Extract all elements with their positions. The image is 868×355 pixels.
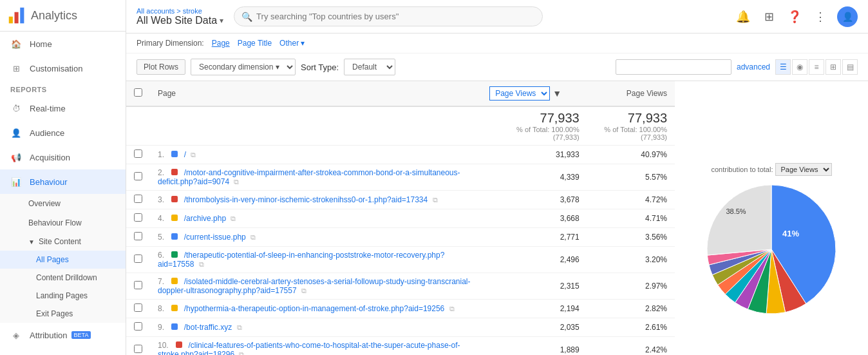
search-input[interactable] <box>234 6 543 26</box>
sidebar-item-home[interactable]: 🏠 Home <box>0 32 126 56</box>
dim-page-link[interactable]: Page <box>212 39 230 48</box>
page-cell: 6. /therapeutic-potential-of-sleep-in-en… <box>150 247 482 273</box>
row-checkbox[interactable] <box>134 149 142 158</box>
row-number: 10. <box>158 341 169 350</box>
chart-view-icon[interactable]: ◉ <box>792 59 807 75</box>
pie-segment[interactable] <box>707 185 771 255</box>
row-checkbox-cell[interactable] <box>126 300 150 318</box>
row-checkbox-cell[interactable] <box>126 318 150 337</box>
site-name[interactable]: All Web Site Data ▾ <box>137 15 223 26</box>
pie-center-label: 41% <box>782 229 799 238</box>
select-all-checkbox[interactable] <box>134 88 142 97</box>
row-checkbox-cell[interactable] <box>126 164 150 191</box>
row-checkbox-cell[interactable] <box>126 191 150 209</box>
row-checkbox[interactable] <box>134 195 142 203</box>
sidebar-item-exit-pages[interactable]: Exit Pages <box>0 305 126 323</box>
table-chart-container: Page Page Views ▼ <box>126 81 868 355</box>
sort-arrow-icon[interactable]: ▼ <box>552 88 561 99</box>
more-icon[interactable]: ⋮ <box>811 8 829 26</box>
table-toolbar: Plot Rows Secondary dimension ▾ Sort Typ… <box>126 53 868 81</box>
advanced-link[interactable]: advanced <box>737 62 770 72</box>
sort-type-select[interactable]: Default <box>344 59 395 75</box>
sidebar-item-site-content[interactable]: ▼ Site Content <box>0 233 126 251</box>
sidebar-item-landing-pages[interactable]: Landing Pages <box>0 287 126 305</box>
row-checkbox[interactable] <box>134 281 142 289</box>
pageviews-sort-select[interactable]: Page Views <box>489 86 550 101</box>
sidebar-item-attribution[interactable]: ◈ Attribution BETA <box>0 323 126 347</box>
sidebar-item-discover[interactable]: 💡 Discover <box>0 347 126 355</box>
col-pageviews2-header: Page Views <box>587 81 675 106</box>
row-checkbox[interactable] <box>134 172 142 180</box>
row-checkbox-cell[interactable] <box>126 228 150 247</box>
sidebar-item-acquisition[interactable]: 📢 Acquisition <box>0 145 126 169</box>
sidebar-item-audience[interactable]: 👤 Audience <box>0 120 126 145</box>
select-all-checkbox-header[interactable] <box>126 81 150 106</box>
row-checkbox-cell[interactable] <box>126 146 150 164</box>
sidebar-item-realtime[interactable]: ⏱ Real-time <box>0 96 126 120</box>
secondary-dimension-select[interactable]: Secondary dimension ▾ <box>191 59 296 75</box>
page-link[interactable]: /hypothermia-a-therapeutic-option-in-man… <box>184 304 445 313</box>
svg-rect-2 <box>20 8 24 24</box>
page-cell: 5. /current-issue.php ⧉ <box>150 228 482 247</box>
row-number: 2. <box>158 168 164 177</box>
row-number: 7. <box>158 277 164 286</box>
sidebar-item-behaviour[interactable]: 📊 Behaviour <box>0 169 126 194</box>
page-link[interactable]: /current-issue.php <box>184 233 246 242</box>
plot-rows-button[interactable]: Plot Rows <box>137 59 185 75</box>
table-row: 1. / ⧉ 31,933 40.97% <box>126 146 675 164</box>
sidebar-item-overview[interactable]: Overview <box>0 194 126 213</box>
page-cell: 2. /motor-and-cognitive-impairment-after… <box>150 164 482 191</box>
sidebar-item-content-drilldown[interactable]: Content Drilldown <box>0 269 126 287</box>
apps-icon[interactable]: ⊞ <box>760 8 778 26</box>
sidebar-item-behaviour-flow[interactable]: Behaviour Flow <box>0 213 126 233</box>
help-icon[interactable]: ❓ <box>786 8 804 26</box>
detail-view-icon[interactable]: ▤ <box>842 59 858 75</box>
main-area: All accounts > stroke All Web Site Data … <box>126 0 868 355</box>
topbar-site-info: All accounts > stroke All Web Site Data … <box>137 7 223 26</box>
pivot-view-icon[interactable]: ⊞ <box>826 59 841 75</box>
row-checkbox[interactable] <box>134 303 142 312</box>
contribution-select[interactable]: Page Views <box>775 163 832 176</box>
site-dropdown-icon: ▾ <box>220 16 223 25</box>
table-row: 4. /archive.php ⧉ 3,668 4.71% <box>126 209 675 228</box>
page-link[interactable]: /isolated-middle-cerebral-artery-stenose… <box>158 277 471 295</box>
row-checkbox[interactable] <box>134 345 142 353</box>
row-checkbox-cell[interactable] <box>126 273 150 300</box>
svg-rect-0 <box>9 17 13 24</box>
chart-section: contribution to total: Page Views 41%38.… <box>675 81 868 355</box>
page-link[interactable]: /archive.php <box>184 214 226 223</box>
external-link-icon: ⧉ <box>237 323 242 331</box>
contribution-label: contribution to total: <box>711 166 773 173</box>
row-checkbox[interactable] <box>134 322 142 331</box>
views-cell: 2,771 <box>482 228 587 247</box>
table-search-input[interactable] <box>616 59 731 75</box>
comparison-view-icon[interactable]: ≡ <box>809 59 824 75</box>
page-link[interactable]: / <box>184 150 186 159</box>
notifications-icon[interactable]: 🔔 <box>734 8 752 26</box>
table-view-icon[interactable]: ☰ <box>775 59 791 75</box>
page-link[interactable]: /clinical-features-of-patients-who-come-… <box>158 341 460 355</box>
sidebar-item-customisation[interactable]: ⊞ Customisation <box>0 56 126 81</box>
row-checkbox[interactable] <box>134 254 142 263</box>
dim-other-link[interactable]: Other ▾ <box>279 39 305 48</box>
row-checkbox-cell[interactable] <box>126 247 150 273</box>
row-checkbox[interactable] <box>134 232 142 240</box>
svg-rect-1 <box>15 12 19 24</box>
page-link[interactable]: /motor-and-cognitive-impairment-after-st… <box>158 168 460 186</box>
site-content-submenu: All Pages Content Drilldown Landing Page… <box>0 251 126 323</box>
page-link[interactable]: /thrombolysis-in-very-minor-ischemic-str… <box>184 195 428 204</box>
table-row: 2. /motor-and-cognitive-impairment-after… <box>126 164 675 191</box>
color-dot <box>171 151 178 157</box>
page-link[interactable]: /bot-traffic.xyz <box>184 323 232 332</box>
sidebar-item-all-pages[interactable]: All Pages <box>0 251 126 269</box>
table-row: 5. /current-issue.php ⧉ 2,771 3.56% <box>126 228 675 247</box>
row-checkbox-cell[interactable] <box>126 337 150 356</box>
sort-type-label: Sort Type: <box>301 62 339 72</box>
row-checkbox-cell[interactable] <box>126 209 150 228</box>
dim-page-title-link[interactable]: Page Title <box>238 39 272 48</box>
total-value2: 77,933 <box>595 111 667 126</box>
row-checkbox[interactable] <box>134 213 142 222</box>
reports-section-label: REPORTS <box>0 81 126 96</box>
color-dot <box>171 305 178 311</box>
avatar[interactable]: 👤 <box>837 6 858 27</box>
